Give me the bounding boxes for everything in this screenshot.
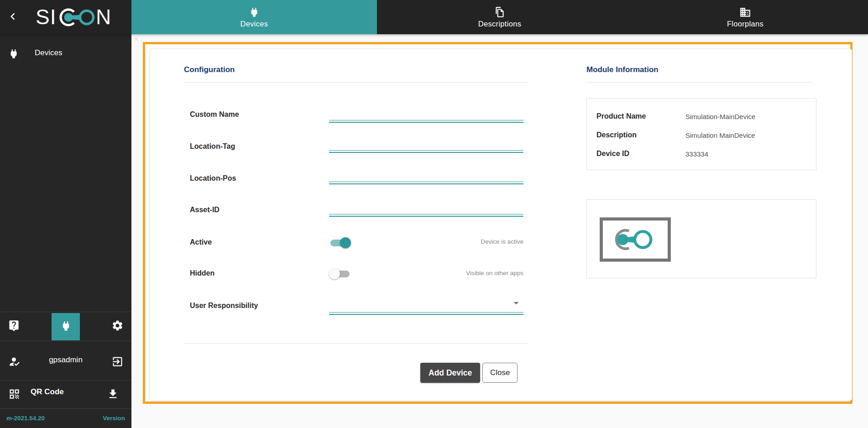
download-qr-button[interactable] xyxy=(107,388,119,402)
asset-id-input[interactable] xyxy=(329,214,523,217)
sidebar: Devices xyxy=(0,34,131,428)
qr-code-label: QR Code xyxy=(31,387,64,397)
active-label: Active xyxy=(190,238,212,246)
settings-button[interactable] xyxy=(111,319,124,334)
plug-icon xyxy=(8,48,20,62)
tab-devices-label: Devices xyxy=(241,20,268,28)
version-value: m-2021.54.20 xyxy=(6,415,45,422)
sidebar-item-devices[interactable]: Devices xyxy=(0,42,131,65)
tab-descriptions-label: Descriptions xyxy=(478,20,521,28)
back-button[interactable] xyxy=(5,10,20,25)
tab-floorplans-label: Floorplans xyxy=(727,20,763,28)
add-device-button[interactable]: Add Device xyxy=(420,363,480,383)
version-label: Version xyxy=(103,415,125,422)
user-row: gpsadmin xyxy=(0,341,131,380)
custom-name-label: Custom Name xyxy=(190,110,239,119)
qr-code-icon xyxy=(8,388,21,402)
close-button[interactable]: Close xyxy=(482,363,518,383)
location-pos-label: Location-Pos xyxy=(190,174,236,183)
help-icon xyxy=(8,325,20,333)
divider xyxy=(184,82,529,83)
sidebar-item-devices-label: Devices xyxy=(35,48,62,57)
location-tag-input[interactable] xyxy=(329,150,523,153)
topbar: SI N Devices xyxy=(0,0,868,34)
description-value: Simulation MainDevice xyxy=(685,131,755,139)
hidden-label: Hidden xyxy=(190,269,214,277)
plug-icon xyxy=(248,6,260,18)
user-responsibility-select[interactable] xyxy=(329,312,523,315)
plug-icon xyxy=(60,320,72,334)
tab-floorplans[interactable]: Floorplans xyxy=(622,0,868,34)
device-id-value: 333334 xyxy=(685,150,708,158)
configuration-title: Configuration xyxy=(184,65,235,74)
divider xyxy=(0,312,131,312)
divider xyxy=(586,82,813,83)
module-information-title: Module Information xyxy=(586,65,659,74)
module-info-card: Product Name Simulation-MainDevice Descr… xyxy=(586,98,816,170)
product-name-value: Simulation-MainDevice xyxy=(685,113,755,120)
hidden-hint: Visible on other apps xyxy=(329,270,523,277)
divider xyxy=(184,343,529,344)
app-window: SI N Devices xyxy=(0,0,868,428)
device-id-label: Device ID xyxy=(596,150,629,158)
device-panel: Configuration Custom Name Location-Tag L… xyxy=(150,49,852,401)
tab-devices[interactable]: Devices xyxy=(131,0,377,34)
tab-bar: Devices Descriptions Floorplans xyxy=(131,0,868,34)
gear-icon xyxy=(111,325,124,333)
product-name-label: Product Name xyxy=(596,112,646,120)
description-label: Description xyxy=(596,131,637,139)
download-icon xyxy=(107,394,119,402)
faint-close-icon[interactable]: × xyxy=(134,35,138,43)
devices-module-button[interactable] xyxy=(52,313,80,340)
documents-icon xyxy=(494,6,506,18)
qr-code-row[interactable]: QR Code xyxy=(0,380,131,408)
asset-id-label: Asset-ID xyxy=(190,206,220,214)
user-responsibility-label: User Responsibility xyxy=(190,302,258,310)
custom-name-input[interactable] xyxy=(329,120,523,123)
sidebar-icon-row xyxy=(0,313,131,340)
module-logo-card xyxy=(586,199,816,278)
logout-button[interactable] xyxy=(111,355,124,370)
version-row: m-2021.54.20 Version xyxy=(0,408,131,428)
dropdown-arrow-icon[interactable] xyxy=(510,297,522,311)
tab-descriptions[interactable]: Descriptions xyxy=(377,0,622,34)
help-button[interactable] xyxy=(8,319,20,334)
svg-text:SI: SI xyxy=(36,5,56,29)
location-pos-input[interactable] xyxy=(329,182,523,184)
module-logo xyxy=(599,217,671,264)
location-tag-label: Location-Tag xyxy=(190,142,235,151)
active-hint: Device is active xyxy=(329,238,523,245)
building-icon xyxy=(739,6,751,18)
svg-text:N: N xyxy=(96,5,111,29)
chevron-left-icon xyxy=(6,10,20,25)
main-content: × Configuration Custom Name Location-Tag… xyxy=(131,34,868,428)
sicon-logo: SI N xyxy=(35,5,113,31)
exit-icon xyxy=(111,361,124,369)
